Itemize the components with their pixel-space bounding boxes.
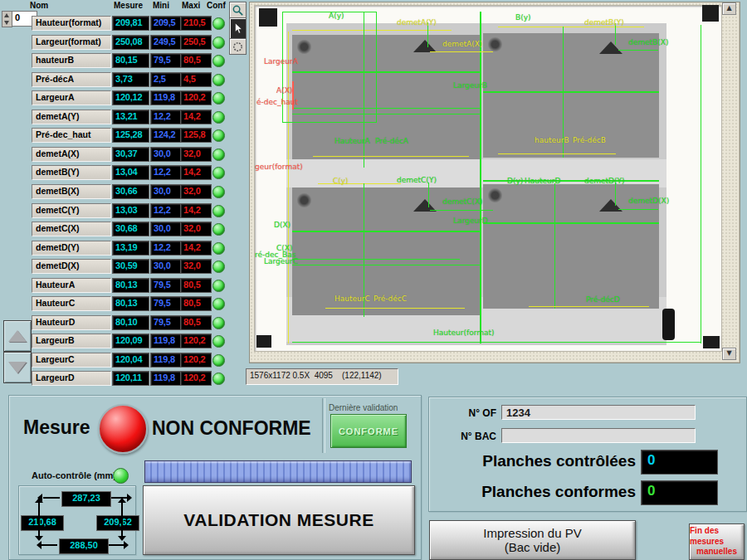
row-name-field: HauteurA <box>32 278 111 293</box>
conf-led <box>212 335 225 348</box>
table-scroll-down-button[interactable] <box>3 352 32 383</box>
overlay-line <box>430 51 493 52</box>
print-pv-button[interactable]: Impression du PV (Bac vide) <box>429 520 636 560</box>
cone-marker <box>599 41 622 54</box>
viewer-scroll-up-button[interactable]: ▲ <box>722 2 736 15</box>
conf-led <box>212 205 225 217</box>
dim-arrowhead <box>35 498 43 503</box>
mesure-display: 80,15 <box>112 53 149 68</box>
row-name-field: demetB(X) <box>32 184 111 199</box>
maxi-display: 80,5 <box>180 278 212 293</box>
mini-display: 2,5 <box>150 72 181 87</box>
dim-line <box>38 502 40 537</box>
dim-arrowhead <box>37 541 42 549</box>
conform-label: Planches conformes <box>432 483 636 501</box>
overlay-line <box>483 222 659 224</box>
mesure-display: 80,13 <box>112 278 149 293</box>
row-name-field: Largeur(format) <box>32 35 111 50</box>
column-header-mesure: Mesure <box>114 1 143 10</box>
dim-line <box>109 544 124 546</box>
mesure-display: 120,04 <box>112 353 149 368</box>
row-name-field: demetD(Y) <box>32 241 111 256</box>
overlay-line <box>554 183 555 309</box>
conf-led <box>212 17 225 30</box>
conf-led <box>212 354 225 367</box>
conf-led <box>212 111 225 124</box>
mesure-display: 3,73 <box>112 72 149 87</box>
mini-display: 12,2 <box>150 241 181 256</box>
up-arrow-icon <box>8 330 27 342</box>
row-name-field: demetC(Y) <box>32 203 111 218</box>
conf-led <box>212 298 225 310</box>
overlay-line <box>618 50 658 51</box>
overlay-label: HauteurA <box>334 137 370 145</box>
row-name-field: Pré-décA <box>32 72 111 87</box>
conf-led <box>212 129 225 142</box>
mesure-display: 30,68 <box>112 222 149 236</box>
overlay-label: demetD(X) <box>628 197 669 205</box>
dark-object <box>662 309 675 340</box>
column-header-nom: Nom <box>30 1 48 10</box>
overlay-line <box>701 25 701 343</box>
viewer-scroll-down-button[interactable]: ▼ <box>722 348 736 360</box>
column-header-maxi: Maxi <box>182 1 200 10</box>
maxi-display: 80,5 <box>180 315 212 330</box>
mini-display: 119,8 <box>150 90 181 105</box>
mesure-display: 13,21 <box>112 110 149 124</box>
row-name-field: LargeurD <box>32 371 111 386</box>
end-manual-line1: Fin des mesures <box>690 526 744 547</box>
auto-control-led <box>113 468 129 484</box>
mini-display: 12,2 <box>150 203 181 218</box>
mini-display: 30,0 <box>150 222 181 236</box>
print-pv-line2: (Bac vide) <box>505 540 561 554</box>
dim-bottom-display: 288,50 <box>59 538 109 554</box>
of-input[interactable] <box>501 405 696 420</box>
panel-divider <box>322 398 325 453</box>
photo-region <box>483 33 659 158</box>
conf-led <box>212 74 225 86</box>
fiducial-marker <box>256 335 271 348</box>
overlay-label: A(y) <box>329 12 344 20</box>
controlled-count-display: 0 <box>641 450 718 475</box>
cursor-tool-button[interactable] <box>229 17 247 39</box>
overlay-label: é-dec_haut <box>256 98 298 106</box>
mesure-display: 120,09 <box>112 334 149 348</box>
conform-count-display: 0 <box>641 480 718 505</box>
mesure-display: 120,12 <box>112 90 149 105</box>
mini-display: 79,5 <box>150 53 181 68</box>
bac-input[interactable] <box>501 428 696 443</box>
conf-led <box>212 55 225 67</box>
conf-led <box>212 186 225 198</box>
image-status-bar: 1576x1172 0.5X 4095 (122,1142) <box>246 368 398 385</box>
zoom-tool-button[interactable] <box>229 2 247 18</box>
last-validation-button[interactable]: CONFORME <box>330 414 407 448</box>
maxi-display: 14,2 <box>180 165 212 180</box>
mini-display: 12,2 <box>150 110 181 124</box>
end-manual-measures-button[interactable]: Fin des mesures manuelles <box>689 523 745 560</box>
dim-line <box>121 502 123 537</box>
overlay-label: A(X) <box>276 86 292 95</box>
index-spinner[interactable]: 0 <box>2 11 35 26</box>
overlay-label: HauteurC <box>334 295 370 303</box>
dim-arrowhead <box>124 541 129 549</box>
auto-control-label: Auto-contrôle (mm) <box>32 470 116 480</box>
conf-led <box>212 37 225 49</box>
magnifier-icon <box>232 4 244 17</box>
cone-marker <box>413 40 437 52</box>
fiducial-marker <box>703 336 720 348</box>
overlay-label: demetA(Y) <box>397 18 437 27</box>
overlay-label: Pré-décB <box>573 136 606 144</box>
table-scroll-up-button[interactable] <box>3 320 32 352</box>
pan-tool-button[interactable] <box>229 38 247 55</box>
row-name-field: Pré-dec_haut <box>32 128 111 143</box>
mini-display: 124,2 <box>150 128 181 143</box>
application-window: Nom Mesure Mini Maxi Conf 0 Hauteur(form… <box>0 0 747 560</box>
mini-display: 209,5 <box>150 16 181 31</box>
overlay-label: demetD(Y) <box>584 177 625 185</box>
validation-mesure-button[interactable]: VALIDATION MESURE <box>143 485 415 555</box>
overlay-label: LargeurC <box>264 257 298 265</box>
overlay-line <box>480 12 481 343</box>
overlay-line <box>292 342 701 343</box>
mesure-display: 13,03 <box>112 203 149 218</box>
mesure-display: 80,13 <box>112 296 149 311</box>
